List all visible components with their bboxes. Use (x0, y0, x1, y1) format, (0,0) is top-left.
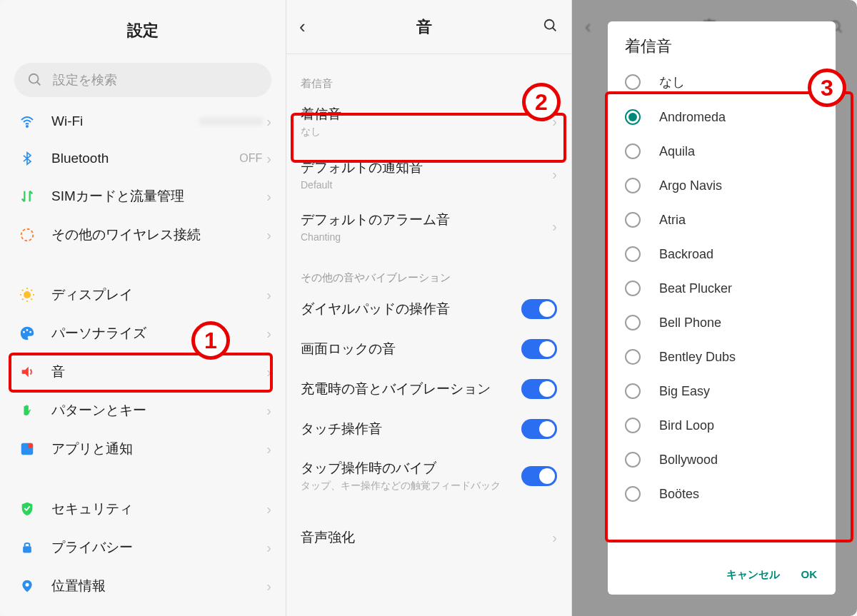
settings-item-apps[interactable]: アプリと通知 › (0, 430, 286, 468)
ringtone-option-label: Atria (659, 213, 686, 228)
display-icon (19, 286, 36, 303)
sound-item-alarm[interactable]: デフォルトのアラーム音 Chanting › (286, 201, 571, 253)
apps-icon (19, 441, 35, 457)
settings-item-display[interactable]: ディスプレイ › (0, 276, 286, 314)
ringtone-option[interactable]: Beat Plucker (608, 271, 836, 306)
lock-icon (20, 540, 34, 555)
ringtone-option-label: Bird Loop (659, 418, 714, 433)
ringtone-option[interactable]: Argo Navis (608, 168, 836, 203)
settings-item-bluetooth[interactable]: Bluetooth OFF › (0, 140, 286, 177)
search-icon (543, 18, 558, 34)
section-label-other: その他の音やバイブレーション (286, 253, 571, 289)
svg-line-12 (31, 290, 33, 291)
ringtone-option[interactable]: なし (608, 64, 836, 100)
svg-rect-18 (23, 546, 31, 552)
toggle-switch[interactable] (521, 339, 557, 359)
settings-item-personalize[interactable]: パーソナライズ › (0, 314, 286, 353)
chevron-right-icon: › (266, 287, 271, 303)
chevron-right-icon: › (266, 325, 271, 342)
search-placeholder: 設定を検索 (53, 71, 117, 89)
ringtone-option[interactable]: Andromeda (608, 100, 836, 134)
svg-line-1 (37, 82, 41, 86)
dialog-title: 着信音 (608, 36, 836, 64)
svg-point-19 (26, 583, 29, 587)
settings-item-security[interactable]: セキュリティ › (0, 490, 286, 528)
bluetooth-icon (20, 150, 34, 167)
radio-icon (625, 246, 641, 262)
settings-item-pattern[interactable]: パターンとキー › (0, 391, 286, 430)
ringtone-option[interactable]: Bird Loop (608, 408, 836, 443)
ringtone-option[interactable]: Bentley Dubs (608, 340, 836, 374)
back-button[interactable]: ‹ (299, 16, 306, 38)
ringtone-option[interactable]: Boötes (608, 477, 836, 511)
annotation-badge-3: 3 (808, 69, 846, 107)
ok-button[interactable]: OK (801, 568, 818, 582)
annotation-badge-2: 2 (522, 83, 561, 121)
ringtone-option-label: Andromeda (659, 110, 726, 125)
settings-item-sim[interactable]: SIMカードと流量管理 › (0, 177, 286, 216)
settings-item-sound[interactable]: 音 › (0, 353, 286, 391)
settings-item-wireless[interactable]: その他のワイヤレス接続 › (0, 216, 286, 254)
ringtone-option[interactable]: Backroad (608, 237, 836, 271)
svg-line-21 (553, 27, 556, 31)
sound-item-charge[interactable]: 充電時の音とバイブレーション (286, 369, 571, 409)
toggle-switch[interactable] (521, 379, 557, 399)
chevron-right-icon: › (266, 501, 271, 517)
svg-point-3 (21, 229, 34, 241)
radio-icon (625, 281, 641, 296)
svg-point-13 (23, 331, 25, 333)
svg-point-4 (24, 291, 31, 298)
shield-icon (19, 501, 35, 517)
svg-point-15 (29, 331, 31, 333)
radio-icon (625, 486, 641, 502)
sound-item-notification[interactable]: デフォルトの通知音 Default › (286, 148, 571, 201)
svg-line-9 (22, 290, 24, 291)
ringtone-option[interactable]: Atria (608, 203, 836, 237)
sound-icon (19, 364, 35, 380)
ringtone-option[interactable]: Big Easy (608, 374, 836, 408)
location-icon (20, 577, 34, 595)
page-title: 設定 (0, 0, 286, 56)
sound-item-haptic[interactable]: タップ操作時のバイブ タップ、キー操作などの触覚フィードバック (286, 449, 571, 503)
chevron-right-icon: › (552, 530, 557, 546)
personalize-icon (19, 325, 35, 341)
chevron-right-icon: › (266, 188, 271, 205)
chevron-right-icon: › (266, 578, 271, 595)
svg-point-0 (29, 74, 39, 84)
ringtone-dialog-panel: ‹ 音 着信音 なしAndromedaAquilaArgo NavisAtria… (571, 0, 857, 616)
ringtone-option[interactable]: Bollywood (608, 443, 836, 477)
search-input[interactable]: 設定を検索 (14, 63, 271, 97)
chevron-right-icon: › (552, 218, 557, 235)
sound-item-touch[interactable]: タッチ操作音 (286, 409, 571, 449)
toggle-switch[interactable] (521, 299, 557, 319)
settings-item-location[interactable]: 位置情報 › (0, 567, 286, 605)
settings-item-wifi[interactable]: Wi-Fi XXXXXXXXXX › (0, 103, 286, 140)
radio-icon (625, 212, 641, 228)
radio-icon (625, 349, 641, 365)
sound-item-dialpad[interactable]: ダイヤルパッドの操作音 (286, 289, 571, 329)
wireless-icon (19, 227, 35, 243)
chevron-right-icon: › (266, 227, 271, 243)
toggle-switch[interactable] (521, 419, 557, 439)
svg-line-10 (31, 299, 33, 301)
radio-icon (625, 109, 641, 125)
sound-item-screenlock[interactable]: 画面ロックの音 (286, 329, 571, 369)
cancel-button[interactable]: キャンセル (726, 568, 780, 582)
search-button[interactable] (543, 18, 558, 36)
radio-icon (625, 383, 641, 399)
wifi-icon (19, 113, 36, 130)
chevron-right-icon: › (266, 113, 271, 130)
svg-point-17 (28, 443, 33, 448)
sound-item-enhance[interactable]: 音声強化 › (286, 518, 571, 557)
ringtone-option[interactable]: Bell Phone (608, 306, 836, 340)
chevron-right-icon: › (266, 151, 271, 167)
ringtone-dialog: 着信音 なしAndromedaAquilaArgo NavisAtriaBack… (608, 21, 836, 595)
svg-point-14 (26, 329, 29, 331)
ringtone-option[interactable]: Aquila (608, 134, 836, 168)
svg-line-11 (22, 299, 24, 301)
settings-panel: 設定 設定を検索 Wi-Fi XXXXXXXXXX › Bluetooth OF… (0, 0, 286, 616)
svg-point-20 (545, 19, 554, 29)
toggle-switch[interactable] (521, 466, 557, 486)
ringtone-option-label: Big Easy (659, 384, 710, 399)
settings-item-privacy[interactable]: プライバシー › (0, 528, 286, 567)
